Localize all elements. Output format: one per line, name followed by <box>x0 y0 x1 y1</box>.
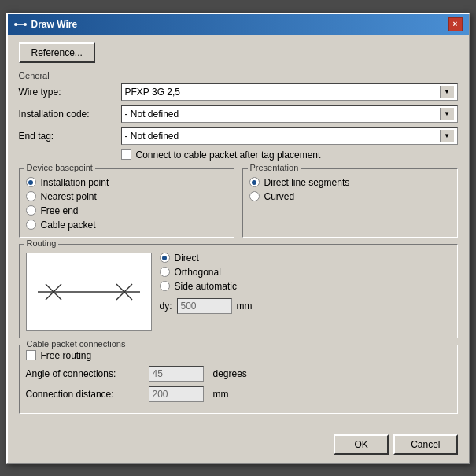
basepoint-label-1: Nearest point <box>41 191 97 202</box>
basepoint-label-0: Installation point <box>41 177 109 188</box>
dy-input[interactable] <box>177 298 232 314</box>
cable-packet-panel: Cable packet connections Free routing An… <box>19 345 458 414</box>
routing-preview <box>26 253 152 331</box>
distance-row: Connection distance: mm <box>26 386 451 402</box>
basepoint-radio-1[interactable] <box>26 191 36 201</box>
presentation-option-1[interactable]: Curved <box>249 191 451 202</box>
svg-point-1 <box>14 23 17 26</box>
end-tag-arrow: ▼ <box>440 130 454 142</box>
presentation-radio-1[interactable] <box>249 191 260 201</box>
presentation-radio-0[interactable] <box>249 177 260 187</box>
basepoint-label-2: Free end <box>41 205 79 216</box>
basepoint-radio-3[interactable] <box>26 220 36 230</box>
title-text: Draw Wire <box>31 19 78 30</box>
angle-label: Angle of connections: <box>26 368 144 379</box>
wire-type-dropdown[interactable]: PFXP 3G 2,5 ▼ <box>121 83 458 101</box>
routing-option-1[interactable]: Orthogonal <box>160 267 451 278</box>
basepoint-option-2[interactable]: Free end <box>26 205 227 216</box>
wire-type-value: PFXP 3G 2,5 <box>125 87 180 98</box>
basepoint-label-3: Cable packet <box>41 220 96 231</box>
dy-unit: mm <box>237 301 253 312</box>
routing-label-0: Direct <box>175 253 199 264</box>
dy-row: dy: mm <box>160 298 451 314</box>
basepoint-option-1[interactable]: Nearest point <box>26 191 227 202</box>
routing-option-0[interactable]: Direct <box>160 253 451 264</box>
general-section-label: General <box>19 71 458 80</box>
connect-checkbox-label: Connect to cable packet after tag placem… <box>136 149 321 161</box>
connect-checkbox-row: Connect to cable packet after tag placem… <box>121 149 458 161</box>
connect-checkbox[interactable] <box>121 149 131 160</box>
routing-diagram <box>30 256 148 327</box>
install-code-dropdown[interactable]: - Not defined ▼ <box>121 105 458 123</box>
basepoint-option-0[interactable]: Installation point <box>26 177 227 188</box>
presentation-label-1: Curved <box>264 191 295 202</box>
routing-label-1: Orthogonal <box>175 267 221 278</box>
bottom-bar: OK Cancel <box>8 430 469 463</box>
install-code-label: Installation code: <box>19 109 121 120</box>
dialog-body: Reference... General Wire type: PFXP 3G … <box>8 35 469 430</box>
free-routing-row: Free routing <box>26 350 451 361</box>
presentation-label-0: Direct line segments <box>264 177 350 188</box>
distance-unit: mm <box>213 389 229 400</box>
ok-button[interactable]: OK <box>334 434 389 455</box>
routing-inner: Direct Orthogonal Side automatic dy: mm <box>26 253 451 331</box>
wire-type-label: Wire type: <box>19 87 121 98</box>
end-tag-label: End tag: <box>19 131 121 142</box>
svg-point-2 <box>24 23 27 26</box>
end-tag-row: End tag: - Not defined ▼ <box>19 127 458 145</box>
presentation-title: Presentation <box>248 163 301 172</box>
install-code-arrow: ▼ <box>440 108 454 120</box>
basepoint-presentation-row: Device basepoint Installation point Near… <box>19 168 458 238</box>
routing-panel: Routing <box>19 244 458 338</box>
routing-title: Routing <box>24 238 59 248</box>
end-tag-value: - Not defined <box>125 131 179 142</box>
distance-label: Connection distance: <box>26 389 144 400</box>
cancel-button[interactable]: Cancel <box>393 434 457 455</box>
routing-label-2: Side automatic <box>175 281 237 292</box>
free-routing-label: Free routing <box>41 350 92 361</box>
dy-label: dy: <box>160 301 172 312</box>
title-bar-left: Draw Wire <box>14 18 78 31</box>
angle-row: Angle of connections: degrees <box>26 366 451 382</box>
end-tag-dropdown[interactable]: - Not defined ▼ <box>121 127 458 145</box>
routing-radio-2[interactable] <box>160 281 170 291</box>
free-routing-checkbox[interactable] <box>26 350 36 360</box>
routing-options: Direct Orthogonal Side automatic dy: mm <box>160 253 451 331</box>
draw-wire-dialog: Draw Wire × Reference... General Wire ty… <box>6 13 470 464</box>
presentation-option-0[interactable]: Direct line segments <box>249 177 451 188</box>
close-button[interactable]: × <box>448 17 463 31</box>
device-basepoint-panel: Device basepoint Installation point Near… <box>19 168 234 238</box>
device-basepoint-title: Device basepoint <box>24 163 95 172</box>
presentation-panel: Presentation Direct line segments Curved <box>242 168 458 238</box>
routing-option-2[interactable]: Side automatic <box>160 281 451 292</box>
wire-type-row: Wire type: PFXP 3G 2,5 ▼ <box>19 83 458 101</box>
distance-input[interactable] <box>149 386 204 402</box>
presentation-options: Direct line segments Curved <box>249 177 451 202</box>
routing-radio-1[interactable] <box>160 267 170 277</box>
install-code-row: Installation code: - Not defined ▼ <box>19 105 458 123</box>
wire-type-arrow: ▼ <box>440 86 454 98</box>
basepoint-radio-0[interactable] <box>26 177 36 187</box>
install-code-value: - Not defined <box>125 109 179 120</box>
reference-button[interactable]: Reference... <box>19 42 95 63</box>
basepoint-radio-2[interactable] <box>26 205 36 216</box>
device-basepoint-options: Installation point Nearest point Free en… <box>26 177 227 231</box>
angle-input[interactable] <box>149 366 204 382</box>
cable-packet-title: Cable packet connections <box>24 339 128 349</box>
basepoint-option-3[interactable]: Cable packet <box>26 220 227 231</box>
routing-radio-0[interactable] <box>160 253 170 263</box>
draw-wire-icon <box>14 18 27 31</box>
angle-unit: degrees <box>213 368 247 379</box>
title-bar: Draw Wire × <box>8 14 469 35</box>
